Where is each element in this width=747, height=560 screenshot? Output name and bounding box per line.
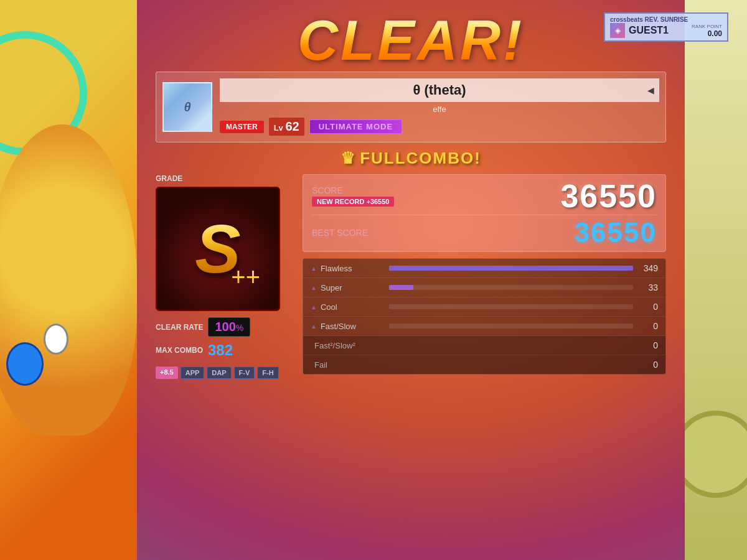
stat-row-fail: Fail 0 xyxy=(303,355,665,374)
stat-label-fastslow: Fast/Slow xyxy=(321,322,383,331)
stat-label-flawless: Flawless xyxy=(321,264,383,273)
stat-row-fastslow: ▲ Fast/Slow 0 xyxy=(303,317,665,336)
score-section: SCORE NEW RECORD +36550 36550 BEST SCORE… xyxy=(303,174,666,252)
grade-label: GRADE xyxy=(156,174,293,183)
grade-plus: ++ xyxy=(231,263,260,291)
stat-value-super: 33 xyxy=(639,282,658,292)
stat-row-flawless: ▲ Flawless 349 xyxy=(303,259,665,278)
song-artist: effe xyxy=(220,105,659,114)
clear-rate-label: CLEAR RATE xyxy=(156,323,203,332)
new-record-badge: NEW RECORD +36550 xyxy=(312,197,394,207)
stat-bar-container-fastslow xyxy=(389,324,633,329)
fullcombo-banner: ♛FULLCOMBO! xyxy=(156,149,666,168)
stat-arrow-super: ▲ xyxy=(311,284,317,291)
song-title-arrow: ◀ xyxy=(647,85,654,95)
song-title: θ (theta) xyxy=(413,82,466,98)
tag-fv: F-V xyxy=(234,366,255,379)
stat-bar-container-flawless xyxy=(389,266,633,271)
main-panel: CLEAR! θ θ (theta) ◀ effe MASTER Lv 62 U… xyxy=(137,0,685,560)
stat-bar-flawless xyxy=(389,266,633,271)
song-panel: θ θ (theta) ◀ effe MASTER Lv 62 ULTIMATE… xyxy=(156,72,666,142)
stat-arrow-fastslow: ▲ xyxy=(311,323,317,330)
tag-app: APP xyxy=(181,366,205,379)
gear-decoration xyxy=(685,411,747,498)
stat-value-fastslow: 0 xyxy=(639,321,658,331)
stats-section: ▲ Flawless 349 ▲ Super 33 ▲ xyxy=(303,258,666,375)
crown-icon: ♛ xyxy=(341,149,356,167)
grade-panel: GRADE S ++ CLEAR RATE 100% MAX COMBO 382… xyxy=(156,174,293,379)
best-score-row: BEST SCORE 36550 xyxy=(312,215,657,246)
stat-row-cool: ▲ Cool 0 xyxy=(303,297,665,317)
scores-panel: SCORE NEW RECORD +36550 36550 BEST SCORE… xyxy=(303,174,666,379)
difficulty-badge: MASTER xyxy=(220,121,264,133)
level-label: Lv xyxy=(274,123,283,133)
stat-value-cool: 0 xyxy=(639,302,658,312)
level-number: 62 xyxy=(285,119,299,133)
fullcombo-text: ♛FULLCOMBO! xyxy=(341,149,481,167)
stat-value-fastslow2: 0 xyxy=(639,340,658,350)
character-eye-blue xyxy=(6,342,44,386)
stat-label-fastslow2: Fast²/Slow² xyxy=(314,341,377,350)
max-combo-row: MAX COMBO 382 xyxy=(156,342,293,359)
song-jacket: θ xyxy=(162,82,212,132)
tags-row: +8.5 APP DAP F-V F-H xyxy=(156,366,293,379)
right-decoration xyxy=(685,0,747,560)
best-score-value: 36550 xyxy=(387,219,657,246)
song-info: θ (theta) ◀ effe MASTER Lv 62 ULTIMATE M… xyxy=(220,78,659,136)
jacket-symbol: θ xyxy=(184,100,190,114)
clear-title: CLEAR! xyxy=(156,12,666,68)
score-label: SCORE xyxy=(312,185,387,195)
stat-row-super: ▲ Super 33 xyxy=(303,278,665,297)
fullcombo-label: FULLCOMBO! xyxy=(360,149,481,167)
stat-arrow-cool: ▲ xyxy=(311,304,317,310)
stat-bar-container-cool xyxy=(389,304,633,309)
stat-label-cool: Cool xyxy=(321,302,383,312)
grade-box: S ++ xyxy=(156,187,280,311)
best-score-label: BEST SCORE xyxy=(312,228,387,238)
stat-value-fail: 0 xyxy=(639,360,658,370)
stat-row-fastslow2: Fast²/Slow² 0 xyxy=(303,336,665,355)
stat-label-super: Super xyxy=(321,283,383,292)
rank-point-value: 0.00 xyxy=(692,29,722,38)
rank-point-label: RANK POINT xyxy=(692,24,722,29)
score-value: 36550 xyxy=(394,180,657,212)
new-record-delta: +36550 xyxy=(366,198,389,205)
tag-plus: +8.5 xyxy=(156,366,178,379)
stat-bar-super xyxy=(389,285,413,290)
tag-dap: DAP xyxy=(207,366,231,379)
level-badge: Lv 62 xyxy=(269,118,304,136)
left-character-panel xyxy=(0,0,137,560)
stat-label-fail: Fail xyxy=(314,360,377,370)
song-meta-row: MASTER Lv 62 ULTIMATE MODE xyxy=(220,118,659,136)
clear-rate-value: 100 xyxy=(215,320,235,334)
clear-rate-value-box: 100% xyxy=(208,317,250,337)
clear-rate-suffix: % xyxy=(236,323,243,333)
song-title-bar: θ (theta) ◀ xyxy=(220,78,659,102)
bottom-content: GRADE S ++ CLEAR RATE 100% MAX COMBO 382… xyxy=(156,174,666,379)
rank-point-box: RANK POINT 0.00 xyxy=(692,24,722,38)
score-row: SCORE NEW RECORD +36550 36550 xyxy=(312,180,657,212)
character-face xyxy=(0,124,137,436)
new-record-label: NEW RECORD xyxy=(317,198,364,205)
clear-rate-row: CLEAR RATE 100% xyxy=(156,317,293,337)
stat-value-flawless: 349 xyxy=(639,263,658,273)
max-combo-label: MAX COMBO xyxy=(156,346,203,355)
stat-bar-container-super xyxy=(389,285,633,290)
score-left: SCORE NEW RECORD +36550 xyxy=(312,185,394,207)
max-combo-value: 382 xyxy=(208,342,233,359)
tag-fh: F-H xyxy=(257,366,278,379)
mode-badge: ULTIMATE MODE xyxy=(309,119,402,134)
stat-arrow-flawless: ▲ xyxy=(311,265,317,272)
character-eye-white xyxy=(44,324,68,355)
